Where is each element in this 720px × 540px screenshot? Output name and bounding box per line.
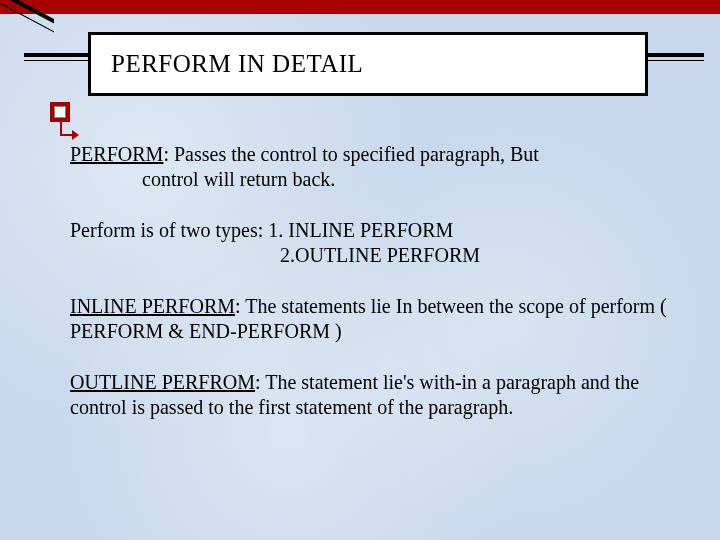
outline-paragraph: OUTLINE PERFROM: The statement lie's wit… xyxy=(70,370,670,420)
slide-content: PERFORM: Passes the control to specified… xyxy=(70,142,670,446)
slide-title: PERFORM IN DETAIL xyxy=(111,50,363,78)
types-line-2: 2.OUTLINE PERFORM xyxy=(70,243,670,268)
perform-desc-1: : Passes the control to specified paragr… xyxy=(163,143,538,165)
perform-paragraph: PERFORM: Passes the control to specified… xyxy=(70,142,670,192)
corner-diagonal xyxy=(0,0,54,40)
outline-term: OUTLINE PERFROM xyxy=(70,371,255,393)
title-box: PERFORM IN DETAIL xyxy=(88,32,648,96)
bullet-square-inner xyxy=(54,106,66,118)
perform-term: PERFORM xyxy=(70,143,163,165)
types-line-1: Perform is of two types: 1. INLINE PERFO… xyxy=(70,218,670,243)
inline-paragraph: INLINE PERFORM: The statements lie In be… xyxy=(70,294,670,344)
bullet-arrow-icon xyxy=(60,124,78,140)
perform-desc-2: control will return back. xyxy=(70,167,670,192)
top-red-bar xyxy=(0,0,720,14)
inline-term: INLINE PERFORM xyxy=(70,295,235,317)
types-paragraph: Perform is of two types: 1. INLINE PERFO… xyxy=(70,218,670,268)
